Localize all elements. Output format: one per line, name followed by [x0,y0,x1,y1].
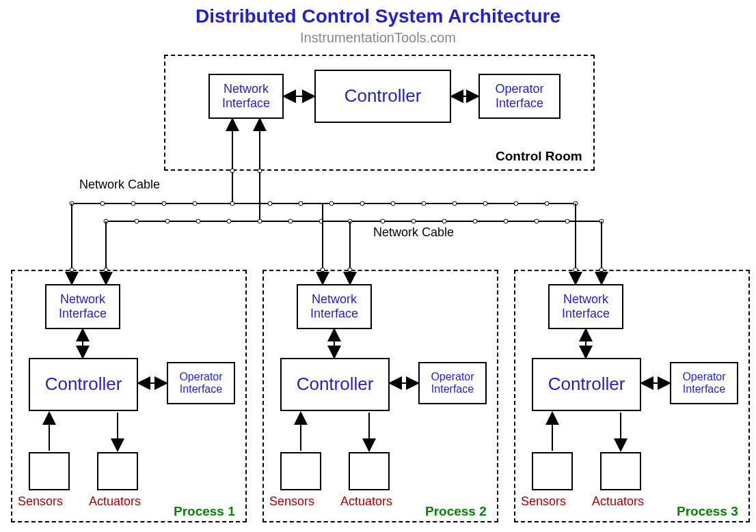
cr-network-interface: Network Interface [208,74,284,119]
process-1-label: Process 1 [174,504,235,519]
p2-actuators-label: Actuators [340,494,392,509]
svg-point-14 [193,201,197,206]
p1-controller: Controller [29,358,138,411]
svg-point-17 [299,201,303,206]
p1-actuators-label: Actuators [89,494,141,509]
svg-point-43 [565,219,569,223]
svg-point-35 [319,219,323,223]
p1-actuators-box [97,452,138,490]
diagram-title: Distributed Control System Architecture [0,5,756,27]
svg-point-41 [504,219,508,223]
svg-point-13 [162,201,166,206]
p3-actuators-box [600,452,641,490]
svg-point-30 [165,219,170,223]
p3-sensors-box [532,452,573,490]
process-2-label: Process 2 [425,504,487,519]
p1-operator-interface: Operator Interface [167,362,235,404]
svg-point-38 [411,219,416,223]
svg-point-25 [545,201,549,206]
svg-point-11 [100,201,105,206]
p3-sensors-label: Sensors [521,494,566,509]
svg-point-18 [329,201,334,206]
p2-actuators-box [349,452,390,490]
p2-operator-interface: Operator Interface [418,362,487,404]
svg-point-29 [135,219,139,223]
svg-point-28 [104,219,108,223]
p3-operator-interface: Operator Interface [670,362,738,404]
p3-network-interface: Network Interface [548,284,623,329]
svg-point-15 [230,201,234,206]
p3-actuators-label: Actuators [592,494,644,509]
p2-network-interface: Network Interface [297,284,372,329]
svg-point-23 [483,201,487,206]
network-cable-label-2: Network Cable [373,225,454,240]
p2-controller: Controller [280,358,390,411]
svg-point-42 [535,219,539,223]
cr-operator-interface: Operator Interface [478,74,561,119]
svg-point-40 [473,219,477,223]
cr-controller: Controller [314,70,451,123]
svg-point-24 [514,201,518,206]
diagram-subtitle: InstrumentationTools.com [0,30,756,46]
svg-point-33 [258,219,262,223]
p2-sensors-label: Sensors [269,494,314,509]
process-3-label: Process 3 [677,504,738,519]
svg-point-37 [381,219,385,223]
svg-point-20 [391,201,395,206]
svg-point-22 [453,201,457,206]
svg-point-26 [573,201,578,206]
svg-point-36 [348,219,352,223]
svg-point-12 [131,201,135,206]
svg-point-21 [422,201,426,206]
network-cable-label-1: Network Cable [79,178,160,192]
svg-point-31 [196,219,200,223]
p1-sensors-label: Sensors [18,494,63,509]
p2-sensors-box [280,452,321,490]
control-room-label: Control Room [496,149,582,164]
svg-point-34 [288,219,293,223]
p1-sensors-box [29,452,70,490]
svg-point-19 [360,201,364,206]
p3-controller: Controller [532,358,641,411]
svg-point-44 [599,219,604,223]
p1-network-interface: Network Interface [45,284,120,329]
svg-point-10 [70,201,74,206]
svg-point-16 [268,201,272,206]
svg-point-39 [442,219,446,223]
svg-point-32 [227,219,231,223]
